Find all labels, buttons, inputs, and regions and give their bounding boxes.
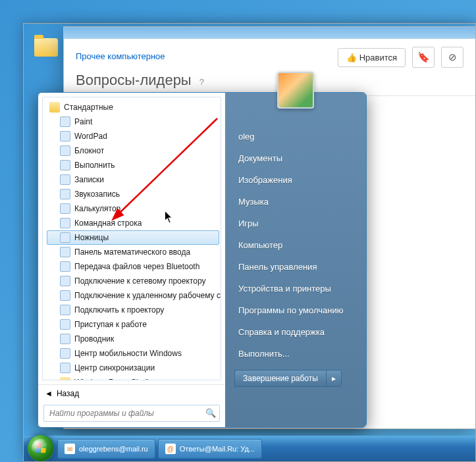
programs-subfolder[interactable]: Windows PowerShell [47, 375, 219, 380]
program-item[interactable]: Подключить к проектору [47, 303, 219, 317]
program-item[interactable]: Звукозапись [47, 187, 219, 201]
program-icon [60, 290, 70, 301]
start-menu-right-panel: oleg ДокументыИзображенияМузыкаИгрыКомпь… [225, 93, 366, 427]
program-item[interactable]: Выполнить [47, 158, 219, 172]
app-icon: ✉ [65, 444, 75, 454]
bookmark-button[interactable]: 🔖 [412, 47, 435, 68]
program-icon [60, 276, 70, 286]
program-item[interactable]: Подключение к сетевому проектору [47, 274, 219, 288]
rmenu-item[interactable]: Документы [234, 147, 357, 169]
program-icon [60, 145, 70, 156]
shutdown-options-button[interactable]: ▸ [326, 370, 342, 387]
program-label: Панель математического ввода [74, 247, 190, 257]
search-icon: 🔍 [205, 408, 216, 418]
folder-label: Стандартные [64, 103, 113, 112]
program-item[interactable]: Центр мобильности Windows [47, 346, 219, 361]
program-item[interactable]: Командная строка [47, 216, 219, 230]
folder-icon [49, 102, 60, 113]
folder-icon [60, 377, 70, 380]
program-item[interactable]: Paint [47, 115, 219, 129]
program-item[interactable]: Блокнот [47, 143, 219, 158]
mouse-cursor-icon [165, 211, 174, 224]
program-icon [60, 261, 70, 272]
program-label: Проводник [74, 334, 114, 344]
program-item[interactable]: Проводник [47, 332, 219, 346]
program-label: Записки [74, 175, 104, 184]
program-icon [60, 203, 70, 214]
program-icon [60, 174, 70, 185]
start-menu-left-panel: Стандартные PaintWordPadБлокнотВыполнить… [38, 93, 225, 427]
subfolder-label: Windows PowerShell [74, 378, 149, 380]
program-label: Центр синхронизации [74, 363, 155, 372]
folder-icon [34, 38, 58, 57]
program-label: Ножницы [74, 233, 109, 242]
heading-badge: ? [199, 77, 204, 87]
rmenu-item[interactable]: Игры [234, 213, 357, 234]
app-icon: @ [165, 444, 176, 454]
program-label: Звукозапись [74, 190, 120, 199]
program-item[interactable]: Панель математического ввода [47, 245, 219, 259]
like-label: Нравится [359, 53, 397, 63]
breadcrumb-link[interactable]: Прочее компьютерное [76, 51, 165, 61]
page-heading: Вопросы-лидеры ? [76, 72, 463, 89]
rmenu-item[interactable]: Справка и поддержка [234, 321, 357, 343]
heading-text: Вопросы-лидеры [76, 72, 192, 88]
program-label: Блокнот [74, 146, 104, 155]
program-icon [60, 305, 70, 315]
back-button[interactable]: ◄ Назад [38, 384, 225, 402]
rmenu-username[interactable]: oleg [234, 126, 357, 147]
shutdown-button[interactable]: Завершение работы [234, 370, 326, 387]
like-button[interactable]: 👍 Нравится [338, 48, 406, 67]
program-icon [60, 348, 70, 359]
back-label: Назад [57, 389, 79, 398]
program-label: Выполнить [74, 161, 115, 170]
program-icon [60, 218, 70, 228]
desktop-shortcut[interactable] [34, 38, 58, 59]
program-icon [60, 247, 70, 257]
program-item[interactable]: Передача файлов через Bluetooth [47, 259, 219, 274]
programs-list[interactable]: Стандартные PaintWordPadБлокнотВыполнить… [42, 97, 221, 380]
program-icon [60, 232, 70, 243]
program-label: Центр мобильности Windows [74, 349, 182, 358]
taskbar-item[interactable]: @ Ответы@Mail.Ru: Уд... [158, 439, 262, 459]
taskbar-item-label: oleggrebens@mail.ru [79, 445, 148, 453]
program-icon [60, 189, 70, 199]
program-icon [60, 160, 70, 170]
thumb-icon: 👍 [346, 53, 357, 63]
rmenu-item[interactable]: Панель управления [234, 256, 357, 278]
search-input[interactable] [43, 405, 220, 422]
program-label: Калькулятор [74, 204, 120, 213]
program-item[interactable]: Подключение к удаленному рабочему стол [47, 288, 219, 303]
program-label: Подключить к проектору [74, 305, 164, 315]
program-item[interactable]: Ножницы [47, 230, 219, 245]
user-avatar[interactable] [277, 72, 314, 109]
rmenu-item[interactable]: Компьютер [234, 234, 357, 256]
program-item[interactable]: Центр синхронизации [47, 361, 219, 375]
program-label: Paint [74, 117, 92, 126]
program-icon [60, 334, 70, 344]
rmenu-item[interactable]: Программы по умолчанию [234, 299, 357, 321]
program-item[interactable]: Записки [47, 172, 219, 187]
program-item[interactable]: Приступая к работе [47, 317, 219, 332]
programs-folder[interactable]: Стандартные [47, 100, 219, 115]
program-label: WordPad [74, 132, 107, 141]
taskbar-item-label: Ответы@Mail.Ru: Уд... [180, 445, 255, 453]
program-label: Приступая к работе [74, 320, 147, 329]
rmenu-item[interactable]: Изображения [234, 169, 357, 191]
program-icon [60, 319, 70, 330]
program-icon [60, 131, 70, 141]
taskbar: ✉ oleggrebens@mail.ru @ Ответы@Mail.Ru: … [23, 436, 476, 462]
search-box[interactable]: 🔍 [43, 405, 220, 422]
back-arrow-icon: ◄ [45, 389, 53, 398]
program-item[interactable]: WordPad [47, 129, 219, 143]
taskbar-item[interactable]: ✉ oleggrebens@mail.ru [57, 439, 155, 459]
rmenu-item[interactable]: Выполнить... [234, 343, 357, 365]
start-menu: Стандартные PaintWordPadБлокнотВыполнить… [38, 92, 367, 428]
program-label: Подключение к сетевому проектору [74, 276, 205, 286]
program-item[interactable]: Калькулятор [47, 201, 219, 216]
ban-button[interactable]: ⊘ [441, 47, 463, 68]
program-label: Передача файлов через Bluetooth [74, 262, 199, 271]
rmenu-item[interactable]: Музыка [234, 191, 357, 213]
start-button[interactable] [27, 434, 55, 462]
rmenu-item[interactable]: Устройства и принтеры [234, 278, 357, 299]
